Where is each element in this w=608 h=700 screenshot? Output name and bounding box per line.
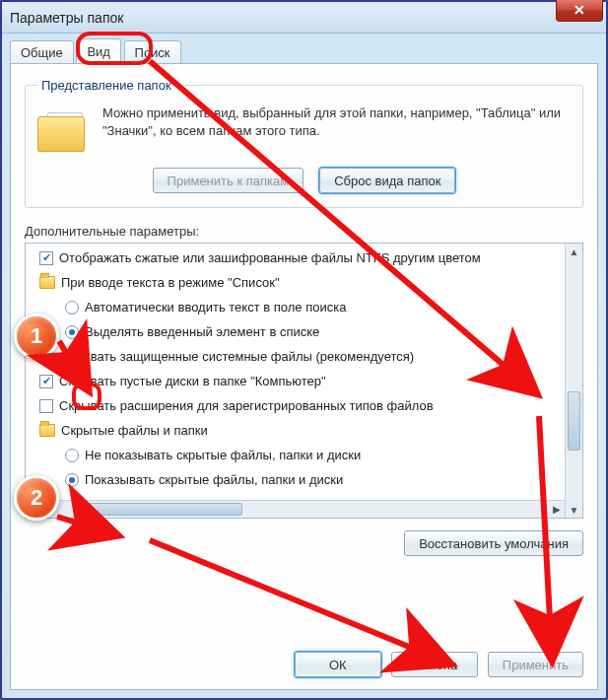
dialog-window: Параметры папок ✕ Общие Вид Поиск Предст…: [0, 0, 608, 700]
annotation-arrows: [2, 2, 608, 700]
